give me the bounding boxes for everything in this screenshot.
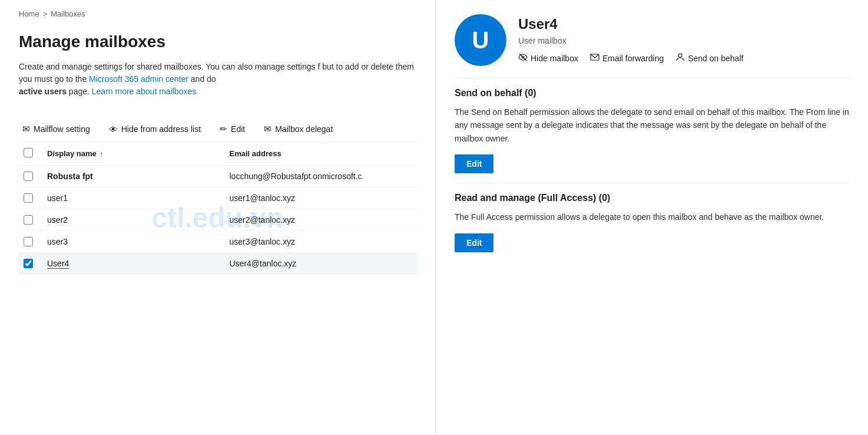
desc-text-3: and do bbox=[191, 74, 216, 84]
row-checkbox-cell bbox=[24, 193, 47, 203]
send-on-behalf-edit-button[interactable]: Edit bbox=[455, 154, 493, 173]
right-panel: U User4 User mailbox Hide mailbox bbox=[436, 0, 868, 435]
breadcrumb: Home > Mailboxes bbox=[19, 9, 416, 18]
read-manage-title: Read and manage (Full Access) (0) bbox=[455, 193, 849, 203]
email-forwarding-button[interactable]: Email forwarding bbox=[590, 52, 664, 64]
page-description: Create and manage settings for shared ma… bbox=[19, 61, 416, 98]
user-header: U User4 User mailbox Hide mailbox bbox=[455, 14, 849, 66]
table-row[interactable]: User4 User4@tanloc.xyz bbox=[19, 253, 416, 275]
hide-address-button[interactable]: 👁 Hide from address list bbox=[105, 122, 204, 137]
divider-2 bbox=[455, 183, 849, 183]
row-checkbox[interactable] bbox=[24, 193, 33, 203]
toolbar: ✉ Mailflow setting 👁 Hide from address l… bbox=[19, 117, 416, 142]
row-checkbox-cell bbox=[24, 172, 47, 181]
row-display-name: user1 bbox=[47, 193, 230, 203]
user-display-name: User4 bbox=[518, 16, 743, 32]
row-email: user2@tanloc.xyz bbox=[230, 215, 412, 225]
table-row[interactable]: user1 user1@tanloc.xyz bbox=[19, 187, 416, 209]
admin-center-link[interactable]: Microsoft 365 admin center bbox=[89, 74, 188, 84]
read-manage-desc: The Full Access permission allows a dele… bbox=[455, 210, 849, 223]
row-display-name: user2 bbox=[47, 215, 230, 225]
row-checkbox[interactable] bbox=[24, 259, 33, 268]
read-manage-section: Read and manage (Full Access) (0) The Fu… bbox=[455, 193, 849, 252]
send-on-behalf-desc: The Send on Behalf permission allows the… bbox=[455, 106, 849, 145]
send-on-behalf-label: Send on behalf bbox=[688, 54, 743, 63]
svg-point-3 bbox=[678, 54, 682, 57]
active-users-link[interactable]: active users bbox=[19, 87, 67, 96]
row-display-name: Robusta fpt bbox=[47, 172, 230, 181]
user-actions: Hide mailbox Email forwarding bbox=[518, 52, 743, 64]
table-header: Display name ↑ Email address bbox=[19, 142, 416, 166]
row-checkbox-cell bbox=[24, 215, 47, 225]
eye-icon bbox=[518, 52, 528, 64]
user-type-label: User mailbox bbox=[518, 36, 743, 45]
table-body: Robusta fpt locchung@Robustafpt.onmicros… bbox=[19, 166, 416, 275]
edit-label: Edit bbox=[231, 124, 245, 134]
mailflow-button[interactable]: ✉ Mailflow setting bbox=[19, 121, 94, 137]
sort-indicator: ↑ bbox=[100, 150, 103, 157]
read-manage-edit-button[interactable]: Edit bbox=[455, 233, 493, 252]
breadcrumb-current: Mailboxes bbox=[51, 9, 85, 18]
send-on-behalf-title: Send on behalf (0) bbox=[455, 88, 849, 98]
forward-icon bbox=[590, 52, 599, 64]
hide-mailbox-button[interactable]: Hide mailbox bbox=[518, 52, 578, 64]
row-email: locchung@Robustafpt.onmicrosoft.c bbox=[230, 172, 412, 181]
row-checkbox[interactable] bbox=[24, 237, 33, 246]
left-panel: Home > Mailboxes Manage mailboxes Create… bbox=[0, 0, 436, 435]
table-row[interactable]: Robusta fpt locchung@Robustafpt.onmicros… bbox=[19, 166, 416, 187]
delegate-label: Mailbox delegat bbox=[275, 124, 333, 134]
learn-more-link[interactable]: Learn more about mailboxes bbox=[92, 87, 196, 96]
row-display-name: User4 bbox=[47, 259, 230, 268]
header-check bbox=[24, 148, 47, 159]
row-checkbox[interactable] bbox=[24, 215, 33, 225]
divider-1 bbox=[455, 78, 849, 78]
select-all-checkbox[interactable] bbox=[24, 148, 33, 157]
mailflow-icon: ✉ bbox=[22, 124, 30, 134]
email-forwarding-label: Email forwarding bbox=[602, 54, 664, 63]
table-row[interactable]: user2 user2@tanloc.xyz bbox=[19, 209, 416, 231]
breadcrumb-separator: > bbox=[43, 9, 48, 18]
edit-button[interactable]: ✏ Edit bbox=[216, 121, 249, 137]
mailflow-label: Mailflow setting bbox=[34, 124, 90, 134]
person-icon bbox=[675, 52, 685, 64]
row-checkbox-cell bbox=[24, 259, 47, 268]
delegate-button[interactable]: ✉ Mailbox delegat bbox=[260, 121, 336, 137]
col-email-header: Email address bbox=[230, 149, 412, 158]
page-title: Manage mailboxes bbox=[19, 32, 416, 51]
row-email: User4@tanloc.xyz bbox=[230, 259, 412, 268]
table-row[interactable]: user3 user3@tanloc.xyz bbox=[19, 231, 416, 253]
user-info-block: User4 User mailbox Hide mailbox bbox=[518, 16, 743, 64]
send-on-behalf-section: Send on behalf (0) The Send on Behalf pe… bbox=[455, 88, 849, 173]
desc-text-4: page. bbox=[69, 87, 92, 96]
row-display-name: user3 bbox=[47, 237, 230, 246]
desc-text-1: Create and manage settings for shared ma… bbox=[19, 62, 320, 71]
breadcrumb-home[interactable]: Home bbox=[19, 9, 39, 18]
hide-mailbox-label: Hide mailbox bbox=[531, 54, 578, 63]
row-email: user1@tanloc.xyz bbox=[230, 193, 412, 203]
edit-icon: ✏ bbox=[220, 124, 227, 134]
delegate-icon: ✉ bbox=[264, 124, 271, 134]
row-email: user3@tanloc.xyz bbox=[230, 237, 412, 246]
col-name-header[interactable]: Display name ↑ bbox=[47, 149, 230, 158]
send-on-behalf-button[interactable]: Send on behalf bbox=[675, 52, 743, 64]
user-avatar: U bbox=[455, 14, 506, 66]
row-checkbox-cell bbox=[24, 237, 47, 246]
row-checkbox[interactable] bbox=[24, 172, 33, 181]
hide-icon: 👁 bbox=[109, 124, 118, 134]
hide-address-label: Hide from address list bbox=[121, 124, 201, 134]
